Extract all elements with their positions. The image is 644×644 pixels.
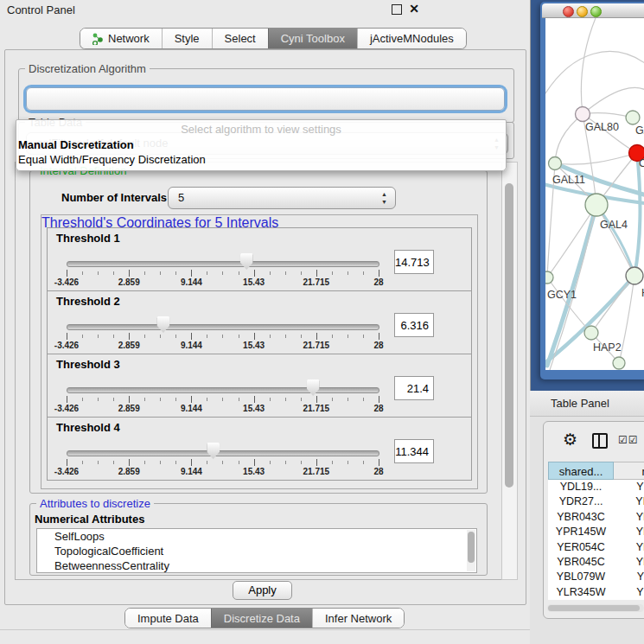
threshold-2-value-field[interactable]: 6.316 — [394, 313, 434, 337]
threshold-2-slider[interactable]: -3.426 2.859 9.144 15.43 21.715 28 — [67, 291, 379, 354]
threshold-4-slider[interactable]: -3.426 2.859 9.144 15.43 21.715 28 — [67, 418, 379, 480]
tab-label: Select — [225, 32, 256, 45]
column-header-shared-name[interactable]: shared... — [548, 462, 614, 480]
tick-label: 2.859 — [118, 467, 140, 476]
tick-label: 28 — [373, 404, 383, 413]
dropdown-option-manual-discretization[interactable]: Manual Discretization — [18, 138, 134, 151]
cell[interactable]: YBL079W — [548, 570, 614, 584]
cell[interactable]: YDL19... — [548, 480, 614, 494]
stepper-arrows-icon[interactable]: ▲▼ — [380, 190, 388, 206]
scrollbar-thumb[interactable] — [548, 605, 640, 611]
tick-label: 21.715 — [303, 404, 330, 413]
slider-thumb[interactable] — [307, 379, 320, 396]
table-row[interactable]: YLR345WYLR3 — [548, 585, 644, 600]
table-row[interactable]: YER054CYER0 — [548, 540, 644, 555]
tab-label: Impute Data — [137, 612, 199, 625]
node-right-mid[interactable] — [626, 267, 643, 284]
tab-select[interactable]: Select — [212, 29, 268, 48]
cell[interactable]: YLR345W — [548, 585, 614, 600]
float-window-icon[interactable] — [392, 4, 402, 15]
list-scrollbar[interactable] — [467, 530, 475, 571]
scrollbar-thumb[interactable] — [468, 532, 475, 563]
tab-label: Cyni Toolbox — [281, 32, 345, 45]
split-columns-icon[interactable] — [592, 433, 608, 449]
table-row[interactable]: YBL079WYBL0 — [548, 570, 644, 584]
tab-infer-network[interactable]: Infer Network — [312, 609, 404, 628]
slider-thumb[interactable] — [156, 316, 169, 333]
edge — [545, 52, 644, 100]
tick-label: 21.715 — [303, 341, 330, 350]
minimize-traffic-light-icon[interactable] — [577, 6, 588, 17]
cell[interactable]: YDR2 — [614, 494, 644, 509]
table-header-row: shared... n... — [548, 462, 644, 480]
horizontal-scrollbar[interactable] — [547, 604, 644, 612]
tab-cyni-toolbox[interactable]: Cyni Toolbox — [268, 29, 357, 48]
node-gal80[interactable] — [576, 107, 590, 122]
list-item[interactable]: TopologicalCoefficient — [37, 544, 476, 558]
cell[interactable]: YER0 — [614, 540, 644, 555]
algorithm-combobox[interactable] — [26, 87, 505, 111]
list-item[interactable]: SelfLoops — [37, 529, 476, 544]
node-gcy1[interactable] — [545, 271, 553, 284]
tab-label: Network — [108, 32, 150, 45]
threshold-4-value-field[interactable]: 11.344 — [394, 439, 434, 463]
node-label: GAL80 — [585, 121, 619, 133]
node-hap2[interactable] — [584, 326, 598, 340]
threshold-1-slider[interactable]: -3.426 2.859 9.144 15.43 21.715 28 — [67, 228, 379, 290]
tab-impute-data[interactable]: Impute Data — [125, 609, 211, 628]
tab-discretize-data[interactable]: Discretize Data — [211, 609, 312, 628]
network-window-titlebar[interactable] — [542, 3, 644, 18]
gear-icon[interactable]: ⚙ — [563, 430, 577, 449]
cell[interactable]: YBR043C — [548, 510, 614, 525]
cell[interactable]: YBR045C — [548, 555, 614, 570]
node-top-right[interactable] — [626, 111, 640, 124]
column-header-name[interactable]: n... — [614, 462, 644, 480]
tab-network[interactable]: Network — [80, 29, 162, 48]
slider-track[interactable] — [67, 261, 379, 267]
node-table[interactable]: shared... n... YDL19...YDL1 YDR27...YDR2… — [548, 462, 644, 600]
table-row[interactable]: YPR145WYPR1 — [548, 525, 644, 539]
cell[interactable]: YDR27... — [548, 494, 614, 509]
node-gal4[interactable] — [585, 194, 608, 216]
table-row[interactable]: YBR043CYBR0 — [548, 510, 644, 525]
cell[interactable]: YBR0 — [614, 555, 644, 570]
tab-style[interactable]: Style — [162, 29, 212, 48]
slider-track[interactable] — [67, 324, 379, 330]
vertical-scrollbar[interactable] — [501, 162, 518, 580]
network-canvas[interactable]: GAL80 GA C GAL11 GAL4 H GCY1 HAP2 — [545, 18, 644, 370]
slider-thumb[interactable] — [240, 253, 253, 270]
cell[interactable]: YBL0 — [614, 570, 644, 584]
node-bottom[interactable] — [613, 357, 625, 369]
threshold-1-value-field[interactable]: 14.713 — [394, 250, 434, 274]
dropdown-hint: Select algorithm to view settings — [16, 123, 506, 136]
scrollbar-thumb[interactable] — [505, 183, 513, 488]
threshold-3-value-field[interactable]: 21.4 — [394, 376, 434, 400]
threshold-3-slider[interactable]: -3.426 2.859 9.144 15.43 21.715 28 — [67, 354, 379, 417]
table-row[interactable]: YDL19...YDL1 — [548, 480, 644, 494]
table-row[interactable]: YBR045CYBR0 — [548, 555, 644, 570]
slider-track[interactable] — [67, 450, 379, 456]
table-panel-title: Table Panel — [551, 397, 609, 410]
tick-label: 2.859 — [118, 277, 140, 287]
slider-thumb[interactable] — [207, 443, 220, 459]
cell[interactable]: YPR1 — [614, 525, 644, 539]
node-gal11[interactable] — [549, 157, 562, 170]
table-row[interactable]: YDR27...YDR2 — [548, 494, 644, 509]
select-columns-icon[interactable]: ☑☑ — [618, 434, 639, 446]
dropdown-option-equal-width-frequency[interactable]: Equal Width/Frequency Discretization — [18, 153, 206, 166]
number-of-intervals-combobox[interactable]: 5 ▲▼ — [168, 187, 396, 209]
cell[interactable]: YBR0 — [614, 510, 644, 525]
zoom-traffic-light-icon[interactable] — [590, 6, 602, 17]
tab-jactivemnodules[interactable]: jActiveMNodules — [357, 29, 466, 48]
numerical-attributes-list[interactable]: SelfLoops TopologicalCoefficient Between… — [36, 528, 477, 573]
list-item[interactable]: BetweennessCentrality — [37, 558, 476, 573]
cell[interactable]: YER054C — [548, 540, 614, 555]
cell[interactable]: YLR3 — [614, 585, 644, 600]
cell[interactable]: YDL1 — [614, 480, 644, 494]
cell[interactable]: YPR145W — [548, 525, 614, 539]
close-icon[interactable]: ✕ — [409, 2, 419, 16]
close-traffic-light-icon[interactable] — [563, 6, 574, 17]
table-panel-window: ⚙ ☑☑ shared... n... YDL19...YDL1 YDR27..… — [543, 421, 644, 619]
slider-track[interactable] — [67, 387, 379, 393]
apply-button[interactable]: Apply — [233, 581, 292, 600]
